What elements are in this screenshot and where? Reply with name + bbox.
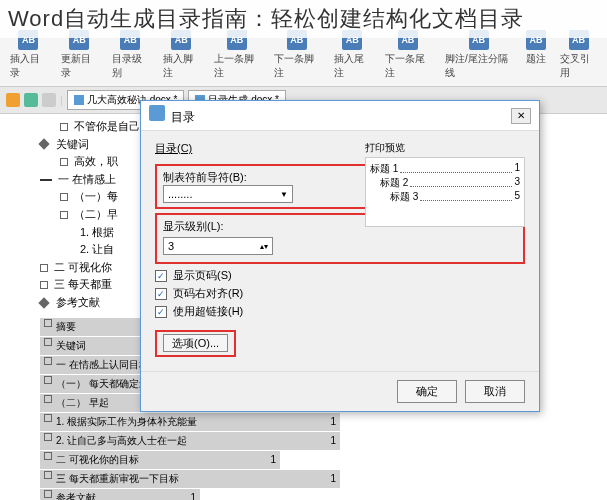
toc-row: 二 可视化你的目标1 <box>40 451 280 469</box>
toc-text: （二） 早起 <box>56 395 109 411</box>
bullet-icon <box>44 338 52 346</box>
preview-line: 标题 35 <box>370 190 520 204</box>
ribbon-label: 上一条脚注 <box>214 52 260 80</box>
toc-text: 三 每天都重新审视一下目标 <box>56 471 179 487</box>
close-button[interactable]: ✕ <box>511 108 531 124</box>
bullet-icon <box>60 193 68 201</box>
ribbon-label: 交叉引用 <box>560 52 597 80</box>
checkbox-pagenum[interactable]: ✓ 显示页码(S) <box>155 268 525 283</box>
toc-text: 一 在情感上认同目标 <box>56 357 149 373</box>
checkbox-hyperlink[interactable]: ✓ 使用超链接(H) <box>155 304 525 319</box>
preview-line: 标题 11 <box>370 162 520 176</box>
diamond-icon <box>38 297 49 308</box>
leader-value: ........ <box>168 188 192 200</box>
preview-line: 标题 23 <box>370 176 520 190</box>
bullet-icon <box>40 281 48 289</box>
doc-text: （二）早 <box>74 206 118 224</box>
preview-label: 打印预览 <box>365 141 525 155</box>
toc-row: 参考文献1 <box>40 489 200 500</box>
bullet-icon <box>44 490 52 498</box>
doc-icon <box>74 95 84 105</box>
check-icon: ✓ <box>155 270 167 282</box>
toc-row: 2. 让自己多与高效人士在一起1 <box>40 432 340 450</box>
ribbon-label: 题注 <box>526 52 546 66</box>
check-icon: ✓ <box>155 288 167 300</box>
dialog-title-text: 目录 <box>171 110 195 124</box>
ribbon-label: 插入脚注 <box>163 52 200 80</box>
bullet-icon <box>44 414 52 422</box>
folder-icon[interactable] <box>6 93 20 107</box>
ribbon-label: 下一条尾注 <box>385 52 431 80</box>
checkbox-label: 页码右对齐(R) <box>173 286 243 301</box>
leader-select[interactable]: ........ ▼ <box>163 185 293 203</box>
toc-row: 1. 根据实际工作为身体补充能量1 <box>40 413 340 431</box>
bullet-icon <box>60 158 68 166</box>
bullet-icon <box>60 123 68 131</box>
toc-text: 摘要 <box>56 319 76 335</box>
ribbon-label: 目录级别 <box>112 52 149 80</box>
checkbox-label: 显示页码(S) <box>173 268 232 283</box>
print-preview-panel: 打印预览 标题 11标题 23标题 35 <box>365 141 525 227</box>
bullet-icon <box>44 395 52 403</box>
ribbon-label: 脚注/尾注分隔线 <box>445 52 512 80</box>
dialog-icon <box>149 105 165 121</box>
toc-text: 关键词 <box>56 338 86 354</box>
doc-text: 关键词 <box>56 136 89 154</box>
spinner-icon: ▴▾ <box>260 242 268 251</box>
diamond-icon <box>38 139 49 150</box>
toc-text: 参考文献 <box>56 490 96 500</box>
bullet-icon <box>44 471 52 479</box>
bullet-icon <box>44 357 52 365</box>
toc-text: 2. 让自己多与高效人士在一起 <box>56 433 187 449</box>
save-icon[interactable] <box>24 93 38 107</box>
doc-text: 三 每天都重 <box>54 276 112 294</box>
dash-icon <box>40 179 52 181</box>
doc-text: 参考文献 <box>56 294 100 312</box>
chevron-down-icon: ▼ <box>280 190 288 199</box>
ribbon-label: 插入尾注 <box>334 52 371 80</box>
doc-text: 1. 根据 <box>80 224 114 242</box>
checkbox-label: 使用超链接(H) <box>173 304 243 319</box>
cancel-button[interactable]: 取消 <box>465 380 525 403</box>
doc-text: （一）每 <box>74 188 118 206</box>
level-spinner[interactable]: 3 ▴▾ <box>163 237 273 255</box>
bullet-icon <box>60 211 68 219</box>
toc-dialog: 目录 ✕ 目录(C) 打印预览 标题 11标题 23标题 35 制表符前导符(B… <box>140 100 540 412</box>
toc-text: 二 可视化你的目标 <box>56 452 139 468</box>
ok-button[interactable]: 确定 <box>397 380 457 403</box>
ribbon-label: 插入目录 <box>10 52 47 80</box>
page-title-overlay: Word自动生成目录指南：轻松创建结构化文档目录 <box>0 0 607 38</box>
bullet-icon <box>44 319 52 327</box>
print-icon[interactable] <box>42 93 56 107</box>
options-button[interactable]: 选项(O)... <box>163 334 228 352</box>
bullet-icon <box>40 264 48 272</box>
doc-text: 一 在情感上 <box>58 171 116 189</box>
ribbon-label: 更新目录 <box>61 52 98 80</box>
doc-text: 2. 让自 <box>80 241 114 259</box>
checkbox-rightalign[interactable]: ✓ 页码右对齐(R) <box>155 286 525 301</box>
doc-text: 二 可视化你 <box>54 259 112 277</box>
bullet-icon <box>44 452 52 460</box>
dialog-titlebar: 目录 ✕ <box>141 101 539 131</box>
check-icon: ✓ <box>155 306 167 318</box>
level-value: 3 <box>168 240 174 252</box>
bullet-icon <box>44 376 52 384</box>
ribbon-label: 下一条脚注 <box>274 52 320 80</box>
doc-text: 高效，职 <box>74 153 118 171</box>
toc-text: 1. 根据实际工作为身体补充能量 <box>56 414 197 430</box>
toc-row: 三 每天都重新审视一下目标1 <box>40 470 340 488</box>
bullet-icon <box>44 433 52 441</box>
